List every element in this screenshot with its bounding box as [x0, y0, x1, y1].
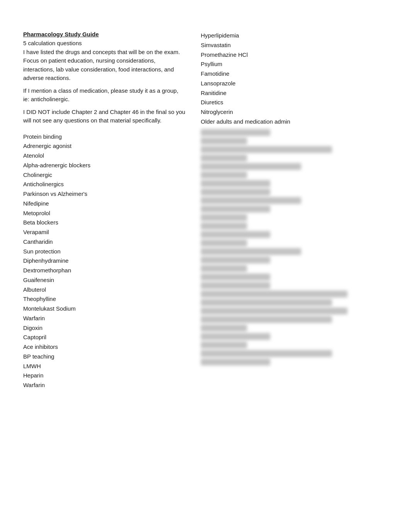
intro-line-3: Focus on patient education, nursing cons…: [23, 56, 185, 83]
list-item-digoxin: Digoxin: [23, 323, 185, 333]
blurred-line-28: [201, 359, 270, 365]
list-item-alpha-adrenergic: Alpha-adrenergic blockers: [23, 161, 185, 170]
blurred-line-27: [201, 350, 332, 357]
list-item-parkinson: Parkinson vs Alzheimer's: [23, 189, 185, 199]
intro-line-5: I DID NOT include Chapter 2 and Chapter …: [23, 108, 185, 125]
blurred-line-12: [201, 223, 247, 229]
list-item-guaifenesin: Guaifenesin: [23, 275, 185, 285]
list-item-cholinergic: Cholinergic: [23, 170, 185, 180]
blurred-line-9: [201, 197, 301, 204]
list-item-theophylline: Theophylline: [23, 294, 185, 304]
right-item-diuretics: Diuretics: [201, 98, 387, 107]
right-item-nitroglycerin: Nitroglycerin: [201, 107, 387, 117]
blurred-line-13: [201, 231, 270, 238]
intro-line-2: I have listed the drugs and concepts tha…: [23, 48, 185, 57]
list-item-atenolol: Atenolol: [23, 151, 185, 161]
blurred-line-22: [201, 308, 347, 314]
blurred-line-16: [201, 257, 270, 263]
right-item-older-adults: Older adults and medication admin: [201, 117, 387, 127]
list-item-sun-protection: Sun protection: [23, 247, 185, 257]
blurred-line-26: [201, 342, 247, 348]
blurred-line-11: [201, 214, 247, 221]
page-container: Pharmacology Study Guide 5 calculation q…: [23, 31, 387, 390]
blurred-line-5: [201, 163, 301, 170]
list-item-albuterol: Albuterol: [23, 285, 185, 295]
list-item-anticholinergics: Anticholinergics: [23, 180, 185, 189]
right-column: Hyperlipidemia Simvastatin Promethazine …: [201, 31, 387, 367]
blurred-line-14: [201, 240, 247, 246]
list-item-montelukast: Montelukast Sodium: [23, 304, 185, 314]
list-item-captopril: Captopril: [23, 333, 185, 342]
blurred-line-25: [201, 333, 270, 340]
blurred-line-8: [201, 189, 270, 195]
left-list: Protein binding Adrenergic agonist Ateno…: [23, 132, 185, 390]
blurred-line-17: [201, 265, 247, 272]
list-item-bp-teaching: BP teaching: [23, 352, 185, 362]
blurred-content: [201, 129, 387, 365]
right-list-visible: Hyperlipidemia Simvastatin Promethazine …: [201, 31, 387, 127]
blurred-line-19: [201, 282, 270, 289]
list-item-ace-inhibitors: Ace inhibitors: [23, 342, 185, 352]
blurred-line-23: [201, 316, 332, 323]
list-item-adrenergic-agonist: Adrenergic agonist: [23, 141, 185, 151]
right-item-psyllium: Psyllium: [201, 59, 387, 69]
list-item-nifedipine: Nifedipine: [23, 199, 185, 209]
blurred-line-10: [201, 206, 270, 212]
list-item-verapamil: Verapamil: [23, 228, 185, 237]
list-item-heparin: Heparin: [23, 371, 185, 381]
page-title: Pharmacology Study Guide: [23, 31, 185, 37]
list-item-diphenhydramine: Diphenhydramine: [23, 256, 185, 266]
blurred-line-21: [201, 299, 332, 306]
intro-line-4: If I mention a class of medication, plea…: [23, 87, 185, 104]
list-item-dextromethorphan: Dextromethorphan: [23, 266, 185, 275]
list-item-warfarin-1: Warfarin: [23, 314, 185, 323]
right-item-hyperlipidemia: Hyperlipidemia: [201, 31, 387, 41]
blurred-line-7: [201, 180, 270, 187]
list-item-metoprolol: Metoprolol: [23, 209, 185, 218]
blurred-line-4: [201, 155, 247, 161]
blurred-line-18: [201, 274, 270, 280]
list-item-protein-binding: Protein binding: [23, 132, 185, 142]
blurred-line-20: [201, 291, 347, 297]
intro-line-1: 5 calculation questions: [23, 39, 185, 48]
list-item-warfarin-2: Warfarin: [23, 381, 185, 390]
right-item-famotidine: Famotidine: [201, 69, 387, 79]
list-item-lmwh: LMWH: [23, 362, 185, 371]
right-item-promethazine: Promethazine HCl: [201, 50, 387, 60]
right-item-lansoprazole: Lansoprazole: [201, 79, 387, 88]
left-column: Pharmacology Study Guide 5 calculation q…: [23, 31, 185, 390]
intro-block: 5 calculation questions I have listed th…: [23, 39, 185, 125]
blurred-line-24: [201, 325, 247, 331]
blurred-line-2: [201, 138, 247, 144]
right-item-ranitidine: Ranitidine: [201, 88, 387, 98]
blurred-line-3: [201, 146, 332, 153]
list-item-cantharidin: Cantharidin: [23, 237, 185, 247]
list-item-beta-blockers: Beta blockers: [23, 218, 185, 228]
blurred-line-15: [201, 248, 301, 255]
blurred-line-1: [201, 129, 270, 136]
blurred-line-6: [201, 172, 247, 178]
right-item-simvastatin: Simvastatin: [201, 41, 387, 50]
